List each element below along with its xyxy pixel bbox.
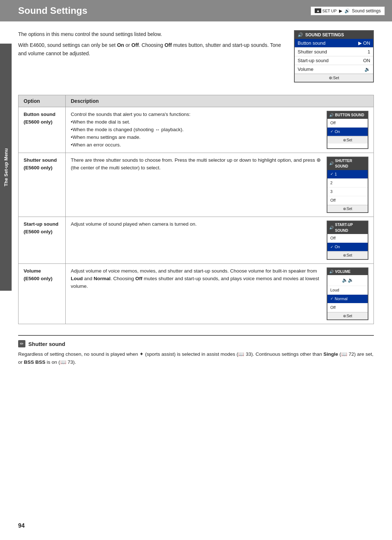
main-content: The options in this menu control the sou… [0, 21, 392, 91]
note-text: Regardless of setting chosen, no sound i… [18, 350, 374, 366]
option-volume: Volume(E5600 only) [19, 263, 66, 324]
menu-row-label: Start-up sound [298, 58, 328, 63]
intro-line2: With E4600, sound settings can only be s… [18, 41, 285, 57]
menu-row-startup-sound: Start-up sound ON [295, 56, 373, 65]
menu-row-value: 🔉 [364, 67, 370, 72]
mini-row-off: Off [327, 303, 368, 312]
mini-speaker-icon: 🔊 [329, 225, 334, 231]
breadcrumb-label: Sound settings [352, 8, 381, 13]
checkmark-icon: ✓ [330, 296, 333, 302]
breadcrumb-arrow: ▶ [339, 8, 342, 13]
mini-screen-volume: 🔊 VOLUME 🔈🔉 Loud ✓ Normal Off [327, 267, 368, 320]
mini-screen-shutter-sound: 🔊 SHUTTER SOUND ✓ 1 2 3 Off ⊛: [327, 157, 368, 213]
mini-title: SHUTTER SOUND [335, 158, 366, 169]
mini-row-off: Off [327, 234, 368, 243]
breadcrumb-setup: ▲ SET UP [315, 8, 336, 13]
mini-title: START-UP SOUND [335, 222, 366, 233]
menu-row-label: Volume [298, 67, 313, 72]
menu-row-value: ON [363, 58, 371, 63]
sidebar: The Set-up Menu [0, 44, 12, 291]
table-row: Shutter sound(E5600 only) There are thre… [19, 153, 374, 217]
sidebar-label: The Set-up Menu [3, 148, 9, 186]
menu-row-value: 1 [368, 49, 370, 55]
menu-row-volume: Volume 🔉 [295, 65, 373, 74]
desc-volume: Adjust volume of voice memos, movies, an… [66, 263, 374, 324]
sound-settings-menu-box: 🔊 SOUND SETTINGS Button sound ▶ ON Shutt… [294, 30, 374, 82]
mini-screen-button-sound: 🔊 BUTTON SOUND Off ✓ On ⊛:Set [327, 111, 368, 149]
options-table: Option Description Button sound(E5600 on… [18, 95, 374, 324]
table-row: Button sound(E5600 only) Control the sou… [19, 107, 374, 153]
mini-row-on: ✓ On [327, 128, 368, 136]
desc-startup-sound: Adjust volume of sound played when camer… [66, 217, 374, 264]
menu-row-label: Button sound [298, 40, 326, 46]
checkmark-icon: ✓ [330, 171, 333, 177]
mini-footer: ⊛:Set [327, 136, 368, 144]
menu-speaker-icon: 🔊 [298, 32, 303, 37]
checkmark-icon: ✓ [330, 244, 333, 250]
mini-row-off: Off [327, 119, 368, 128]
col-option: Option [19, 95, 66, 107]
mini-row-on: ✓ On [327, 243, 368, 251]
mini-row-3: 3 [327, 188, 368, 196]
col-description: Description [66, 95, 374, 107]
menu-box-title: SOUND SETTINGS [305, 32, 344, 37]
mini-row-off: Off [327, 196, 368, 205]
mini-speaker-icon: 🔊 [329, 269, 334, 275]
menu-footer: ⊛:Set [295, 74, 373, 82]
desc-shutter-sound: There are three shutter sounds to choose… [66, 153, 374, 217]
sound-icon: 🔊 [344, 8, 350, 13]
menu-box-header: 🔊 SOUND SETTINGS [295, 31, 373, 39]
setup-label: SET UP [322, 9, 337, 13]
desc-button-sound: Control the sounds that alert you to cam… [66, 107, 374, 153]
menu-row-label: Shutter sound [298, 49, 327, 55]
page-title: Sound Settings [18, 5, 87, 16]
table-row: Start-up sound(E5600 only) Adjust volume… [19, 217, 374, 264]
menu-row-button-sound: Button sound ▶ ON [295, 39, 373, 48]
mini-title: VOLUME [335, 269, 351, 275]
mini-screen-startup-sound: 🔊 START-UP SOUND Off ✓ On ⊛:Set [327, 221, 368, 260]
note-header: ✏ Shutter sound [18, 340, 374, 347]
mini-row-icons: 🔈🔉 [327, 275, 368, 286]
page-number: 94 [18, 523, 25, 529]
intro-line1: The options in this menu control the sou… [18, 30, 285, 38]
note-title: Shutter sound [28, 341, 65, 347]
menu-row-arrow: ▶ ON [358, 40, 370, 46]
mini-row-1: ✓ 1 [327, 170, 368, 179]
option-shutter-sound: Shutter sound(E5600 only) [19, 153, 66, 217]
mini-row-normal: ✓ Normal [327, 295, 368, 303]
table-row: Volume(E5600 only) Adjust volume of voic… [19, 263, 374, 324]
page-header: Sound Settings ▲ SET UP ▶ 🔊 Sound settin… [0, 0, 392, 21]
mini-footer: ⊛:Set [327, 312, 368, 320]
mini-row-2: 2 [327, 179, 368, 188]
mini-speaker-icon: 🔊 [329, 112, 334, 118]
checkmark-icon: ✓ [330, 129, 333, 134]
menu-box-body: Button sound ▶ ON Shutter sound 1 Start-… [295, 39, 373, 74]
note-icon: ✏ [18, 340, 25, 347]
menu-row-shutter-sound: Shutter sound 1 [295, 48, 373, 56]
option-button-sound: Button sound(E5600 only) [19, 107, 66, 153]
mini-footer: ⊛:Set [327, 251, 368, 259]
mini-row-loud: Loud [327, 286, 368, 295]
mini-footer: ⊛:Set [327, 205, 368, 213]
option-startup-sound: Start-up sound(E5600 only) [19, 217, 66, 264]
note-section: ✏ Shutter sound Regardless of setting ch… [18, 335, 374, 366]
setup-icon: ▲ [315, 8, 321, 13]
mini-title: BUTTON SOUND [335, 112, 364, 118]
mini-speaker-icon: 🔊 [329, 161, 334, 166]
intro-text: The options in this menu control the sou… [18, 30, 285, 82]
breadcrumb: ▲ SET UP ▶ 🔊 Sound settings [311, 7, 385, 15]
